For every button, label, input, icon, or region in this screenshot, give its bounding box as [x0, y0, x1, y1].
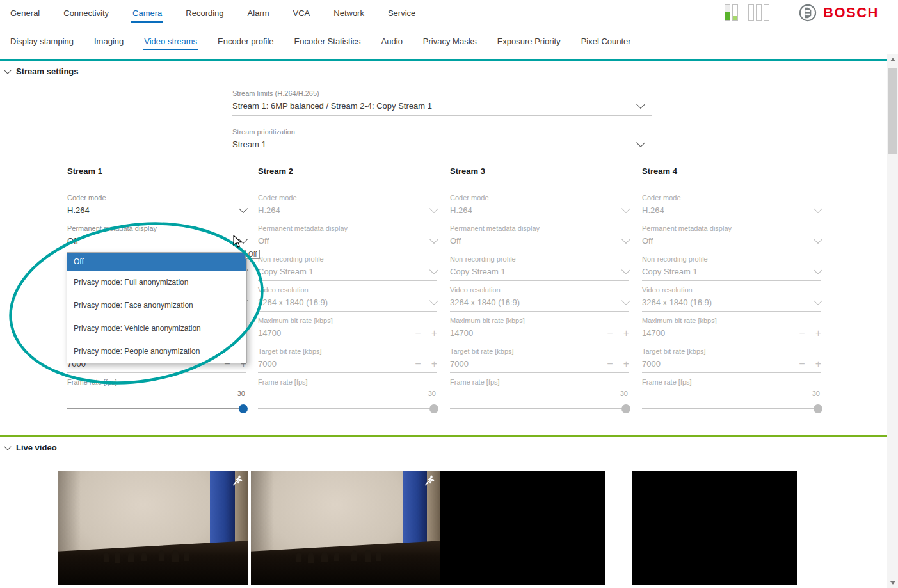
tab-exposure-priority[interactable]: Exposure Priority — [496, 28, 562, 55]
arrow-up-icon — [890, 58, 895, 61]
dropdown-option-full-anonymization[interactable]: Privacy mode: Full anonymization — [67, 271, 246, 294]
field-label: Maximum bit rate [kbps] — [642, 317, 821, 325]
stream-settings-header[interactable]: Stream settings — [5, 67, 79, 76]
metadata-display-select[interactable]: Off — [450, 233, 629, 248]
frame-rate-field: Frame rate [fps] 30 — [450, 378, 629, 414]
scrollbar-thumb[interactable] — [888, 68, 897, 154]
nav-network[interactable]: Network — [332, 1, 365, 26]
field-label: Coder mode — [642, 194, 821, 202]
nav-vca[interactable]: VCA — [292, 1, 312, 26]
stream-limits-select[interactable]: Stream 1: 6MP balanced / Stream 2-4: Cop… — [232, 98, 652, 113]
field-value: Off — [450, 236, 461, 246]
scroll-down-button[interactable] — [887, 577, 898, 588]
coder-mode-select[interactable]: H.264 — [642, 202, 821, 217]
field-value: 7000 — [642, 359, 661, 369]
decrement-icon[interactable]: − — [799, 359, 805, 369]
max-bitrate-field: Maximum bit rate [kbps] 14700 −+ — [258, 317, 437, 342]
chevron-down-icon — [814, 296, 822, 305]
increment-icon[interactable]: + — [623, 328, 629, 338]
chevron-down-icon — [429, 265, 438, 274]
video-resolution-select[interactable]: 3264 x 1840 (16:9) — [642, 294, 821, 309]
tab-encoder-statistics[interactable]: Encoder Statistics — [293, 28, 362, 55]
increment-icon[interactable]: + — [431, 328, 437, 338]
increment-icon[interactable]: + — [815, 328, 821, 338]
motion-detection-icon — [424, 475, 435, 486]
frame-rate-slider[interactable] — [67, 404, 246, 414]
frame-rate-slider[interactable] — [258, 404, 437, 414]
bosch-camera-settings-page: General Connectivity Camera Recording Al… — [0, 0, 898, 588]
dropdown-option-face-anonymization[interactable]: Privacy mode: Face anonymization — [67, 294, 246, 317]
chevron-down-icon — [239, 203, 248, 212]
tab-display-stamping[interactable]: Display stamping — [9, 28, 75, 55]
field-label: Coder mode — [258, 194, 437, 202]
nav-camera[interactable]: Camera — [131, 1, 163, 26]
increment-icon[interactable]: + — [431, 359, 437, 369]
nav-service[interactable]: Service — [387, 1, 417, 26]
camera-sub-navigation: Display stamping Imaging Video streams E… — [0, 26, 898, 56]
slider-knob[interactable] — [429, 404, 438, 413]
field-value: 7000 — [450, 359, 469, 369]
max-bitrate-field: Maximum bit rate [kbps] 14700 −+ — [450, 317, 629, 342]
table-surface — [251, 537, 440, 585]
nav-connectivity[interactable]: Connectivity — [62, 1, 110, 26]
non-recording-profile-field: Non-recording profile Copy Stream 1 — [258, 255, 437, 281]
metadata-display-select[interactable]: Off — [67, 233, 246, 248]
field-value: 3264 x 1840 (16:9) — [450, 298, 520, 307]
field-value: Off — [642, 236, 653, 246]
frame-rate-slider[interactable] — [642, 404, 821, 414]
vertical-scrollbar[interactable] — [887, 54, 898, 588]
decrement-icon[interactable]: − — [415, 328, 421, 338]
stream-prioritization-select[interactable]: Stream 1 — [232, 136, 652, 151]
nav-general[interactable]: General — [9, 1, 41, 26]
dropdown-option-people-anonymization[interactable]: Privacy mode: People anonymization — [67, 340, 246, 363]
non-recording-profile-select[interactable]: Copy Stream 1 — [642, 264, 821, 278]
field-label: Coder mode — [67, 194, 246, 202]
increment-icon[interactable]: + — [623, 359, 629, 369]
stream-column-title: Stream 4 — [642, 166, 821, 194]
field-value: H.264 — [642, 205, 664, 215]
coder-mode-select[interactable]: H.264 — [258, 202, 437, 217]
slider-knob[interactable] — [239, 404, 248, 413]
teal-separator — [0, 59, 887, 61]
decrement-icon[interactable]: − — [415, 359, 421, 369]
metadata-display-select[interactable]: Off — [258, 233, 437, 248]
tab-imaging[interactable]: Imaging — [93, 28, 125, 55]
chevron-down-icon — [814, 234, 822, 243]
field-value: H.264 — [67, 205, 90, 215]
video-resolution-select[interactable]: 3264 x 1840 (16:9) — [450, 294, 629, 309]
slider-knob[interactable] — [621, 404, 630, 413]
top-navigation: General Connectivity Camera Recording Al… — [0, 0, 898, 26]
coder-mode-select[interactable]: H.264 — [67, 202, 246, 217]
field-label: Video resolution — [642, 286, 821, 294]
tab-audio[interactable]: Audio — [380, 28, 404, 55]
tab-privacy-masks[interactable]: Privacy Masks — [422, 28, 478, 55]
field-label: Permanent metadata display — [67, 225, 246, 233]
scroll-up-button[interactable] — [887, 54, 898, 65]
non-recording-profile-select[interactable]: Copy Stream 1 — [450, 264, 629, 278]
nav-recording[interactable]: Recording — [184, 1, 225, 26]
slider-knob[interactable] — [814, 404, 822, 413]
live-thumb-stream-4 — [632, 471, 797, 585]
video-resolution-select[interactable]: 3264 x 1840 (16:9) — [258, 294, 437, 309]
nav-alarm[interactable]: Alarm — [246, 1, 271, 26]
live-video-header[interactable]: Live video — [5, 443, 57, 452]
load-gauge-1 — [725, 4, 738, 21]
decrement-icon[interactable]: − — [799, 328, 805, 338]
mouse-cursor — [233, 235, 245, 248]
metadata-display-field: Permanent metadata display Off — [450, 225, 629, 250]
tab-encoder-profile[interactable]: Encoder profile — [216, 28, 275, 55]
dropdown-option-off[interactable]: Off — [67, 253, 246, 271]
tab-video-streams[interactable]: Video streams — [143, 28, 198, 55]
field-value: H.264 — [450, 205, 472, 215]
increment-icon[interactable]: + — [815, 359, 821, 369]
coder-mode-select[interactable]: H.264 — [450, 202, 629, 217]
decrement-icon[interactable]: − — [607, 359, 613, 369]
metadata-display-select[interactable]: Off — [642, 233, 821, 248]
tab-pixel-counter[interactable]: Pixel Counter — [580, 28, 632, 55]
live-thumb-stream-2 — [251, 471, 440, 585]
dropdown-option-vehicle-anonymization[interactable]: Privacy mode: Vehicle anonymization — [67, 317, 246, 340]
frame-rate-slider[interactable] — [450, 404, 629, 414]
non-recording-profile-select[interactable]: Copy Stream 1 — [258, 264, 437, 278]
decrement-icon[interactable]: − — [607, 328, 613, 338]
target-bitrate-row: 7000 −+ — [450, 356, 629, 370]
